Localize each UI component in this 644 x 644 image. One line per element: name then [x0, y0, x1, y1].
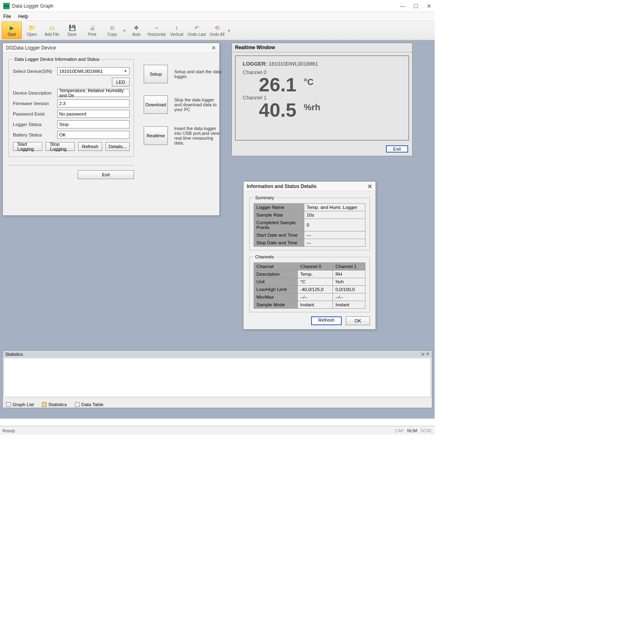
battery-field: OK — [57, 131, 130, 139]
device-desc-field: Temperature, Relative Humidity and De — [57, 89, 130, 97]
toolbar-separator: ▾ — [123, 22, 126, 39]
stats-icon — [42, 402, 47, 407]
pw-label: Password Exist — [13, 111, 53, 116]
menu-file[interactable]: File — [3, 14, 11, 19]
channels-group: Channels ChannelChannel 0Channel 1 Descr… — [249, 254, 370, 312]
tab-graph-list[interactable]: Graph List — [4, 402, 35, 407]
fw-field: 2.3 — [57, 99, 130, 107]
channel0-reading: 26.1°C — [243, 75, 401, 95]
device-dialog-close-icon[interactable]: ✕ — [211, 45, 216, 51]
tab-statistics[interactable]: Statistics — [40, 402, 68, 407]
setup-hint: Setup and start the data logger. — [174, 69, 223, 79]
info-dialog-close-icon[interactable]: ✕ — [367, 183, 372, 190]
close-icon[interactable]: ✕ — [427, 3, 431, 9]
start-logging-button[interactable]: Start Logging — [13, 142, 42, 151]
tb-auto[interactable]: ✥Auto — [126, 22, 147, 39]
select-device-dropdown[interactable]: 181010DWL0018861 — [57, 67, 130, 75]
logger-id: LOGGER: 181010DWL0018861 — [243, 61, 401, 67]
realtime-title: Realtime Window — [232, 43, 412, 52]
tb-addfile[interactable]: 🗂Add File — [42, 22, 62, 39]
device-info-group: Data Logger Device Information and Statu… — [8, 57, 134, 157]
addfile-icon: 🗂 — [48, 24, 56, 31]
pw-field: No password — [57, 110, 130, 118]
tb-save[interactable]: 💾Save — [62, 22, 82, 39]
realtime-button[interactable]: Realtime — [144, 126, 168, 145]
summary-table: Logger NameTemp. and Humi. Logger Sample… — [254, 203, 365, 247]
tb-open[interactable]: 📁Open — [22, 22, 42, 39]
device-exit-button[interactable]: Exit — [78, 170, 134, 179]
setup-button[interactable]: Setup — [144, 65, 168, 83]
app-window: DG Data Logger Graph — ☐ ✕ File Help ▶St… — [0, 0, 435, 435]
refresh-button[interactable]: Refresh — [78, 142, 102, 151]
app-title: Data Logger Graph — [12, 3, 54, 9]
channel1-reading: 40.5%rh — [243, 101, 401, 120]
device-desc-label: Device Description — [13, 91, 53, 95]
led-button[interactable]: LED — [112, 78, 130, 87]
status-label: Logger Status — [13, 122, 53, 127]
battery-label: Battery Status — [13, 132, 53, 137]
h-arrow-icon: ↔ — [153, 24, 160, 31]
maximize-icon[interactable]: ☐ — [413, 3, 419, 9]
info-dialog-title: Information and Status Details ✕ — [244, 182, 376, 191]
status-ready: Ready — [2, 428, 15, 433]
move-icon: ✥ — [133, 24, 140, 31]
details-button[interactable]: Details... — [105, 142, 130, 151]
tb-start[interactable]: ▶Start — [2, 22, 22, 39]
device-dialog: DG Data Logger Device ✕ Data Logger Devi… — [2, 43, 220, 216]
realtime-hint: Insert the data logger into USB port,and… — [174, 126, 223, 145]
app-icon: DG — [3, 3, 10, 9]
device-dialog-title: DG Data Logger Device ✕ — [3, 43, 219, 53]
statistics-panel: Statistics ⇲✕ Graph List Statistics Data… — [2, 350, 432, 408]
channels-table: ChannelChannel 0Channel 1 DescriptionTem… — [254, 262, 365, 309]
statistics-title: Statistics ⇲✕ — [3, 351, 432, 357]
status-cap: CAP — [395, 428, 404, 433]
status-bar: Ready CAP NUM SCRL — [0, 426, 435, 435]
select-device-label: Select Device(S/N) — [13, 69, 53, 74]
panel-close-icon[interactable]: ✕ — [426, 351, 429, 357]
menu-help[interactable]: Help — [18, 14, 28, 19]
play-icon: ▶ — [8, 24, 15, 31]
save-icon: 💾 — [68, 24, 76, 31]
realtime-exit-button[interactable]: Exit — [386, 145, 408, 153]
tb-undoall[interactable]: ⟲Undo All — [207, 22, 227, 39]
fw-label: Firmware Version — [13, 101, 53, 106]
tb-print[interactable]: 🖨Print — [82, 22, 102, 39]
print-icon: 🖨 — [89, 24, 96, 31]
menu-bar: File Help — [0, 12, 435, 21]
minimize-icon[interactable]: — — [400, 3, 405, 9]
status-scrl: SCRL — [421, 428, 432, 433]
tb-horizontal[interactable]: ↔Horizontal — [147, 22, 167, 39]
app-icon-small: DG — [6, 45, 12, 51]
stop-logging-button[interactable]: Stop Logging — [45, 142, 75, 151]
toolbar: ▶Start 📁Open 🗂Add File 💾Save 🖨Print ⧉Cop… — [0, 21, 435, 40]
info-dialog: Information and Status Details ✕ Summary… — [243, 181, 376, 330]
tb-undolast[interactable]: ↶Undo Last — [187, 22, 207, 39]
workspace: DG Data Logger Device ✕ Data Logger Devi… — [0, 40, 435, 419]
copy-icon: ⧉ — [109, 24, 116, 31]
v-arrow-icon: ↕ — [173, 24, 180, 31]
download-hint: Stop the data logger and download data t… — [174, 97, 223, 112]
title-bar: DG Data Logger Graph — ☐ ✕ — [0, 0, 435, 12]
statistics-body — [4, 358, 431, 397]
info-refresh-button[interactable]: Refresh — [311, 316, 342, 325]
tab-data-table[interactable]: Data Table — [73, 402, 105, 407]
tb-vertical[interactable]: ↕Vertical — [167, 22, 187, 39]
info-ok-button[interactable]: OK — [346, 316, 370, 325]
download-button[interactable]: Download — [144, 95, 168, 114]
folder-icon: 📁 — [28, 24, 35, 31]
undoall-icon: ⟲ — [213, 24, 221, 31]
undo-icon: ↶ — [193, 24, 200, 31]
table-icon — [75, 402, 80, 407]
pin-icon[interactable]: ⇲ — [421, 351, 424, 357]
realtime-panel: Realtime Window LOGGER: 181010DWL0018861… — [231, 43, 413, 156]
summary-group: Summary Logger NameTemp. and Humi. Logge… — [249, 195, 370, 250]
status-num: NUM — [407, 428, 417, 433]
list-icon — [6, 402, 11, 407]
tb-copy[interactable]: ⧉Copy — [102, 22, 122, 39]
toolbar-separator-2: ▾ — [228, 22, 230, 39]
status-field: Stop — [57, 120, 130, 128]
